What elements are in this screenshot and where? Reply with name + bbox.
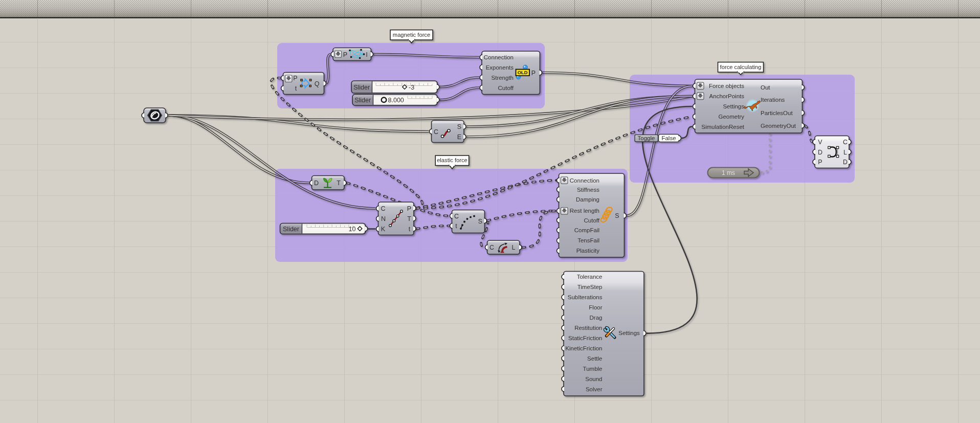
svg-text:Slider: Slider <box>283 226 299 233</box>
svg-text:Geometry: Geometry <box>719 114 745 120</box>
svg-text:Settings: Settings <box>723 103 744 109</box>
svg-text:V: V <box>818 139 822 146</box>
svg-text:Iterations: Iterations <box>761 97 785 103</box>
svg-text:Toggle: Toggle <box>638 135 655 141</box>
svg-text:K: K <box>381 226 386 233</box>
svg-text:Tolerance: Tolerance <box>577 274 603 280</box>
svg-text:-3: -3 <box>409 84 414 91</box>
svg-text:Tumble: Tumble <box>583 366 603 372</box>
svg-text:Cutoff: Cutoff <box>584 217 600 224</box>
svg-text:SimulationReset: SimulationReset <box>701 124 745 130</box>
svg-text:elastic force: elastic force <box>437 157 467 163</box>
svg-text:Connection: Connection <box>570 177 599 184</box>
svg-text:P: P <box>293 75 297 82</box>
svg-text:Exponents: Exponents <box>486 64 514 71</box>
svg-text:C: C <box>843 139 848 146</box>
svg-text:Strength: Strength <box>492 75 514 81</box>
svg-text:Settings: Settings <box>618 330 640 336</box>
svg-text:Out: Out <box>761 84 770 91</box>
svg-text:TensFail: TensFail <box>577 237 599 243</box>
svg-text:magnetic force: magnetic force <box>393 32 430 38</box>
svg-text:False: False <box>661 135 676 141</box>
svg-text:Plasticity: Plasticity <box>576 248 600 254</box>
svg-text:D: D <box>818 149 822 156</box>
svg-text:Cutoff: Cutoff <box>498 85 514 91</box>
svg-text:t: t <box>409 226 411 233</box>
svg-text:TimeStep: TimeStep <box>577 284 603 290</box>
svg-text:P: P <box>407 205 411 212</box>
svg-text:CompFail: CompFail <box>574 227 599 233</box>
svg-text:StaticFriction: StaticFriction <box>568 335 602 341</box>
svg-text:P: P <box>343 51 347 58</box>
svg-text:Slider: Slider <box>353 84 370 91</box>
svg-text:Q: Q <box>315 80 320 87</box>
svg-text:t: t <box>295 85 297 92</box>
svg-text:C: C <box>381 205 385 212</box>
svg-text:Settle: Settle <box>587 355 602 362</box>
svg-text:Sound: Sound <box>585 376 602 382</box>
svg-text:L: L <box>512 244 516 251</box>
svg-text:ParticlesOut: ParticlesOut <box>761 110 793 116</box>
svg-text:E: E <box>457 133 461 141</box>
svg-text:D: D <box>843 159 848 166</box>
svg-text:GeometryOut: GeometryOut <box>761 123 796 129</box>
svg-text:Solver: Solver <box>586 386 603 392</box>
svg-text:Floor: Floor <box>589 304 602 310</box>
svg-text:D: D <box>314 180 319 187</box>
svg-text:C: C <box>489 244 494 251</box>
svg-text:t: t <box>455 222 457 230</box>
svg-text:S: S <box>457 123 461 130</box>
svg-text:Force objects: Force objects <box>709 83 744 89</box>
svg-text:C: C <box>434 128 438 136</box>
svg-text:L: L <box>843 149 847 156</box>
svg-text:T: T <box>407 215 411 222</box>
svg-text:Restitution: Restitution <box>574 325 602 331</box>
svg-text:8.000: 8.000 <box>388 97 404 104</box>
svg-text:Drag: Drag <box>590 315 603 321</box>
svg-text:I: I <box>366 51 367 58</box>
svg-text:P: P <box>531 70 536 77</box>
svg-text:Damping: Damping <box>576 196 599 203</box>
svg-text:Connection: Connection <box>484 54 514 60</box>
svg-text:SubIterations: SubIterations <box>568 294 603 300</box>
svg-text:T: T <box>337 180 341 187</box>
svg-text:S: S <box>478 218 482 225</box>
svg-text:P: P <box>818 159 822 166</box>
svg-text:Stiffness: Stiffness <box>577 187 599 193</box>
svg-text:10: 10 <box>349 226 356 233</box>
svg-text:C: C <box>454 213 459 220</box>
svg-text:AnchorPoints: AnchorPoints <box>709 93 745 99</box>
svg-text:OLD: OLD <box>518 70 528 75</box>
svg-text:S: S <box>615 212 619 219</box>
svg-text:KineticFriction: KineticFriction <box>565 345 602 351</box>
svg-text:1 ms: 1 ms <box>722 169 735 176</box>
svg-text:Slider: Slider <box>354 97 371 104</box>
svg-text:N: N <box>381 215 386 222</box>
svg-text:Rest length: Rest length <box>570 208 599 214</box>
svg-text:force calculating: force calculating <box>720 64 762 70</box>
